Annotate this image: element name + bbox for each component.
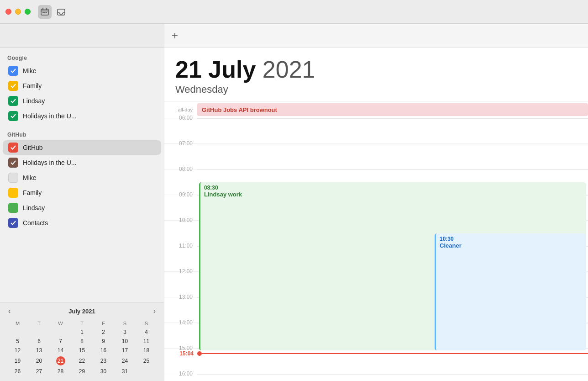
minimize-button[interactable] (15, 9, 21, 15)
mini-cal-day[interactable]: 10 (115, 337, 135, 345)
family-github-checkbox[interactable] (8, 188, 18, 198)
mini-cal-day[interactable]: 17 (115, 346, 135, 355)
time-row: 11:00 (164, 246, 588, 272)
time-label: 13:00 (164, 294, 197, 323)
lindsay-google-checkbox[interactable] (8, 96, 18, 106)
day-date-bold: 21 July (175, 56, 256, 83)
mini-cal-day[interactable]: 26 (7, 367, 28, 376)
sidebar-item-lindsay-google[interactable]: Lindsay (3, 94, 161, 108)
main-add-button[interactable]: + (172, 29, 178, 42)
day-year: 2021 (262, 56, 315, 83)
time-rows: 06:0007:0008:0009:0010:0011:0012:0013:00… (164, 118, 588, 381)
svg-rect-2 (46, 8, 47, 10)
mini-cal-day[interactable]: 11 (136, 337, 157, 345)
sidebar-top (0, 24, 164, 48)
time-row: 12:00 (164, 272, 588, 297)
mini-cal-day-s2: S (136, 320, 157, 327)
mini-cal-day[interactable] (50, 328, 71, 336)
svg-rect-3 (42, 12, 44, 13)
mini-cal-day[interactable]: 22 (72, 355, 92, 366)
sidebar-item-github[interactable]: GitHub (3, 140, 161, 155)
mini-cal-day-t1: T (29, 320, 49, 327)
mini-cal-day[interactable]: 16 (93, 346, 114, 355)
mini-cal-day[interactable]: 20 (29, 355, 49, 366)
sidebar-item-holidays-google[interactable]: Holidays in the U... (3, 109, 161, 123)
mini-cal-day[interactable]: 27 (29, 367, 49, 376)
mini-cal-prev[interactable]: ‹ (6, 307, 12, 315)
mini-cal-day[interactable]: 15 (72, 346, 92, 355)
sidebar-item-holidays-github[interactable]: Holidays in the U... (3, 155, 161, 170)
mini-cal-day[interactable]: 28 (50, 367, 71, 376)
mini-cal-day[interactable] (7, 328, 28, 336)
mini-cal-day[interactable]: 5 (7, 337, 28, 345)
svg-rect-5 (46, 12, 47, 13)
holidays-google-checkbox[interactable] (8, 111, 18, 121)
mini-cal-day[interactable]: 31 (115, 367, 135, 376)
holidays-github-checkbox[interactable] (8, 158, 18, 168)
mini-cal-day[interactable]: 29 (72, 367, 92, 376)
mini-cal-day[interactable]: 6 (29, 337, 49, 345)
svg-rect-4 (44, 12, 46, 13)
sidebar-item-contacts[interactable]: Contacts (3, 216, 161, 230)
sidebar-item-mike-google[interactable]: Mike (3, 64, 161, 78)
mini-cal-day[interactable]: 9 (93, 337, 114, 345)
family-google-checkbox[interactable] (8, 81, 18, 91)
time-line (197, 246, 588, 271)
time-line (197, 323, 588, 348)
mini-cal-day[interactable]: 4 (136, 328, 157, 336)
mini-cal-header: ‹ July 2021 › (6, 307, 158, 315)
github-section-label: GitHub (0, 129, 164, 140)
time-line (197, 195, 588, 220)
mini-cal-day[interactable] (29, 328, 49, 336)
github-checkbox[interactable] (8, 143, 18, 153)
mini-cal-day-f: F (93, 320, 114, 327)
mike-github-checkbox[interactable] (8, 173, 18, 183)
mini-cal-day[interactable]: 7 (50, 337, 71, 345)
sidebar-item-mike-github[interactable]: Mike (3, 170, 161, 185)
time-label: 10:00 (164, 217, 197, 246)
mini-cal-day[interactable]: 30 (93, 367, 114, 376)
family-github-label: Family (23, 189, 42, 196)
contacts-checkbox[interactable] (8, 218, 18, 228)
calendar-view-icon[interactable] (38, 5, 52, 19)
close-button[interactable] (5, 9, 11, 15)
day-header: 21 July 2021 Wednesday (164, 48, 588, 101)
mini-cal-day[interactable]: 25 (136, 355, 157, 366)
lindsay-github-checkbox[interactable] (8, 203, 18, 213)
sidebar-item-lindsay-github[interactable]: Lindsay (3, 201, 161, 215)
time-row: 09:00 (164, 195, 588, 221)
maximize-button[interactable] (25, 9, 31, 15)
main-topbar: + (164, 24, 588, 48)
time-label: 08:00 (164, 166, 197, 195)
mini-cal-day[interactable]: 13 (29, 346, 49, 355)
mini-cal-day[interactable]: 2 (93, 328, 114, 336)
time-row: 14:00 (164, 323, 588, 349)
mini-cal-day[interactable]: 3 (115, 328, 135, 336)
time-row: 07:00 (164, 144, 588, 169)
sidebar-item-family-google[interactable]: Family (3, 79, 161, 93)
sidebar-item-family-github[interactable]: Family (3, 185, 161, 200)
inbox-icon[interactable] (54, 5, 68, 19)
time-line (197, 374, 588, 381)
time-label: 14:00 (164, 319, 197, 348)
mini-cal-day[interactable]: 14 (50, 346, 71, 355)
mini-cal-day[interactable]: 18 (136, 346, 157, 355)
time-row: 10:00 (164, 221, 588, 246)
all-day-events: GitHub Jobs API brownout (197, 101, 588, 118)
github-brownout-event[interactable]: GitHub Jobs API brownout (197, 103, 588, 116)
mike-google-checkbox[interactable] (8, 66, 18, 76)
time-label: 15:00 (164, 345, 197, 374)
mini-cal-day[interactable]: 12 (7, 346, 28, 355)
time-row: 08:00 (164, 169, 588, 195)
mini-cal-next[interactable]: › (152, 307, 158, 315)
titlebar-icons (38, 5, 68, 19)
mini-cal-day[interactable] (136, 367, 157, 376)
mini-cal-day[interactable]: 19 (7, 355, 28, 366)
sidebar: Google Mike Family Lindsay (0, 24, 164, 381)
time-label: 06:00 (164, 115, 197, 143)
mini-cal-day[interactable]: 24 (115, 355, 135, 366)
mini-cal-day[interactable]: 8 (72, 337, 92, 345)
mini-cal-day[interactable]: 21 (50, 355, 71, 366)
mini-cal-day[interactable]: 23 (93, 355, 114, 366)
mini-cal-day[interactable]: 1 (72, 328, 92, 336)
